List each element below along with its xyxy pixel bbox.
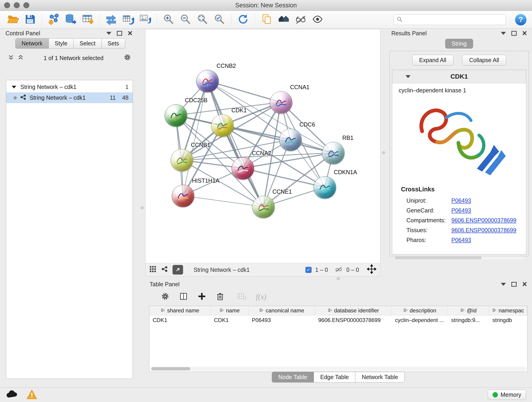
horizontal-splitter-handle[interactable] <box>337 277 340 280</box>
save-session-button[interactable] <box>22 12 38 27</box>
table-cell[interactable]: 9606.ENSP00000378699 <box>315 315 392 325</box>
expand-all-button[interactable]: Expand All <box>412 55 453 65</box>
tab-style[interactable]: Style <box>49 38 74 49</box>
network-row-selected[interactable]: String Network – cdk1 11 48 <box>6 92 133 103</box>
panel-menu-icon[interactable] <box>501 283 506 286</box>
table-cell[interactable]: CDK1 <box>149 315 211 325</box>
import-table-button[interactable] <box>80 12 95 27</box>
table-cell[interactable]: stringdb:9... <box>448 315 489 325</box>
gear-icon[interactable] <box>161 292 170 302</box>
close-panel-icon[interactable]: × <box>128 30 133 36</box>
scrollbar-thumb[interactable] <box>395 256 482 259</box>
home-view-button[interactable] <box>276 12 291 27</box>
network-node-ccnb1[interactable] <box>171 149 193 172</box>
table-cell[interactable]: P06493 <box>249 315 315 325</box>
tab-select[interactable]: Select <box>73 38 101 49</box>
scrollbar-thumb[interactable] <box>151 367 190 370</box>
network-from-table-button[interactable] <box>120 12 136 27</box>
collapse-entry-icon[interactable] <box>405 75 411 78</box>
results-horizontal-scrollbar[interactable] <box>394 256 524 259</box>
column-header-shared-name[interactable]: shared name <box>149 306 211 315</box>
grid-view-icon[interactable] <box>149 265 157 274</box>
table-cell[interactable]: cyclin–dependent ... <box>392 315 448 325</box>
network-node-rb1[interactable] <box>322 142 345 164</box>
gear-icon[interactable] <box>123 53 132 63</box>
show-view-button[interactable] <box>310 12 325 27</box>
vertical-splitter-handle[interactable] <box>141 206 144 209</box>
delete-column-icon[interactable] <box>215 292 225 302</box>
search-field[interactable] <box>394 14 506 25</box>
import-network-button[interactable] <box>46 12 61 27</box>
network-node-ccne1[interactable] <box>252 196 275 218</box>
crosslink-link[interactable]: 9606.ENSP00000378699 <box>451 227 516 234</box>
selected-checkbox-icon[interactable]: ✓ <box>305 267 312 273</box>
panel-menu-icon[interactable] <box>501 32 506 35</box>
network-node-ccnb2[interactable] <box>196 70 219 92</box>
network-canvas[interactable]: CCNB2CCNA1CDC25BCDK1CDC6RB1CCNB1CCNA2CDK… <box>146 29 380 263</box>
tab-sets[interactable]: Sets <box>101 38 125 49</box>
network-node-ccna1[interactable] <box>270 91 292 114</box>
table-cell[interactable]: stringdb <box>489 315 527 325</box>
hide-annotations-button[interactable] <box>293 12 308 27</box>
zoom-in-button[interactable] <box>161 12 176 27</box>
crosslink-link[interactable]: P06493 <box>451 237 471 243</box>
help-button[interactable]: ? <box>515 14 526 26</box>
pan-crosshair-icon[interactable] <box>367 264 376 275</box>
refresh-button[interactable] <box>235 12 251 27</box>
column-header-description[interactable]: description <box>392 306 448 315</box>
crosslink-link[interactable]: 9606.ENSP00000378699 <box>451 217 516 224</box>
zoom-fit-button[interactable] <box>195 12 210 27</box>
network-icon[interactable] <box>161 266 168 274</box>
collapse-all-icon[interactable] <box>8 54 14 62</box>
network-node-cdc25b[interactable] <box>165 104 187 127</box>
entry-header[interactable]: CDK1 <box>392 70 526 83</box>
table-horizontal-scrollbar[interactable] <box>151 367 526 371</box>
tab-node-table[interactable]: Node Table <box>272 372 314 383</box>
table-cell[interactable]: CDK1 <box>211 315 249 325</box>
crosslink-link[interactable]: P06493 <box>451 197 471 204</box>
detach-view-button[interactable] <box>172 265 183 274</box>
table-row[interactable]: CDK1CDK1P064939606.ENSP00000378699cyclin… <box>149 315 527 325</box>
minimize-window-button[interactable] <box>14 2 20 8</box>
tree-caret-icon[interactable] <box>12 86 16 89</box>
float-panel-icon[interactable] <box>511 31 517 36</box>
close-panel-icon[interactable]: × <box>522 30 527 36</box>
panel-menu-icon[interactable] <box>106 32 111 35</box>
vertical-splitter-handle[interactable] <box>382 151 385 154</box>
search-input[interactable] <box>405 16 503 23</box>
tab-edge-table[interactable]: Edge Table <box>314 372 355 383</box>
close-window-button[interactable] <box>4 2 10 8</box>
network-node-cdkn1a[interactable] <box>314 176 336 199</box>
open-session-button[interactable] <box>6 12 21 27</box>
zoom-out-button[interactable] <box>178 12 193 27</box>
hidden-eye-slash-icon[interactable] <box>335 265 342 274</box>
export-image-button[interactable] <box>138 12 152 27</box>
network-node-hist1h1a[interactable] <box>172 185 194 207</box>
copy-button[interactable] <box>259 12 274 27</box>
tab-string[interactable]: String <box>445 39 473 49</box>
select-columns-icon[interactable] <box>179 292 188 302</box>
tab-network[interactable]: Network <box>15 38 49 49</box>
new-network-button[interactable] <box>104 12 119 27</box>
column-header-@id[interactable]: @id <box>448 306 489 315</box>
network-node-cdc6[interactable] <box>279 128 302 151</box>
warning-icon[interactable] <box>27 390 37 400</box>
column-header-namespac[interactable]: namespac <box>489 306 527 315</box>
zoom-selected-button[interactable] <box>212 12 227 27</box>
column-header-name[interactable]: name <box>211 306 249 315</box>
collapse-all-button[interactable]: Collapse All <box>462 55 506 65</box>
add-column-icon[interactable] <box>197 292 206 302</box>
zoom-window-button[interactable] <box>23 2 29 8</box>
expand-all-icon[interactable] <box>17 54 24 62</box>
float-panel-icon[interactable] <box>511 282 517 287</box>
tab-network-table[interactable]: Network Table <box>355 372 405 383</box>
network-collection-row[interactable]: String Network – cdk1 1 <box>6 80 133 92</box>
column-header-canonical-name[interactable]: canonical name <box>249 306 315 315</box>
import-database-button[interactable] <box>63 12 78 27</box>
column-header-database-identifier[interactable]: database identifier <box>315 306 392 315</box>
close-panel-icon[interactable]: × <box>522 281 527 287</box>
network-node-cdk1[interactable] <box>211 114 234 137</box>
network-node-ccna2[interactable] <box>232 157 254 180</box>
float-panel-icon[interactable] <box>117 31 122 36</box>
crosslink-link[interactable]: P06493 <box>451 207 471 214</box>
